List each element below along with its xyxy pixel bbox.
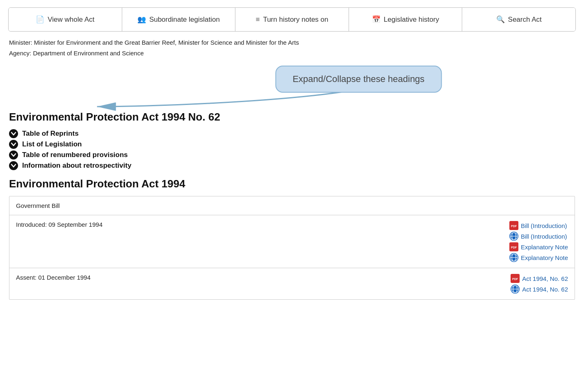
toolbar-btn-turn-history-notes-on[interactable]: ≡Turn history notes on	[235, 8, 349, 31]
web-icon	[509, 232, 518, 241]
toc-item-label: Information about retrospectivity	[22, 162, 131, 170]
toolbar-btn-view-whole-act[interactable]: 📄View whole Act	[9, 8, 122, 31]
toolbar-btn-search-act[interactable]: 🔍Search Act	[462, 8, 575, 31]
link-text: Explanatory Note	[521, 244, 568, 251]
table-row-introduced-row: Introduced: 09 September 1994PDFBill (In…	[9, 215, 575, 268]
link-pdf-act-1994--no--62[interactable]: PDFAct 1994, No. 62	[511, 274, 568, 283]
view-whole-act-icon: 📄	[36, 15, 44, 24]
pdf-icon: PDF	[509, 242, 518, 251]
search-act-label: Search Act	[508, 16, 542, 24]
svg-text:PDF: PDF	[511, 246, 517, 249]
toc-list: Table of ReprintsList of LegislationTabl…	[9, 129, 575, 170]
chevron-down-icon	[9, 140, 18, 149]
toolbar-btn-legislative-history[interactable]: 📅Legislative history	[349, 8, 463, 31]
web-icon	[511, 285, 520, 294]
link-text: Bill (Introduction)	[521, 233, 567, 240]
toolbar-btn-subordinate-legislation[interactable]: 👥Subordinate legislation	[122, 8, 236, 31]
link-text: Bill (Introduction)	[521, 222, 567, 229]
link-pdf-bill--introduction-[interactable]: PDFBill (Introduction)	[509, 221, 567, 230]
agency-label: Agency:	[9, 50, 31, 57]
pdf-icon: PDF	[511, 274, 520, 283]
svg-text:PDF: PDF	[511, 225, 517, 228]
row-links: PDFAct 1994, No. 62Act 1994, No. 62	[511, 274, 568, 294]
metadata-section: Minister: Minister for Environment and t…	[9, 37, 575, 58]
toc-item[interactable]: Table of Reprints	[9, 129, 575, 138]
act-title-2: Environmental Protection Act 1994	[9, 178, 575, 190]
minister-value: Minister for Environment and the Great B…	[34, 39, 299, 46]
svg-text:PDF: PDF	[512, 278, 518, 280]
toc-item[interactable]: List of Legislation	[9, 140, 575, 149]
turn-history-notes-on-icon: ≡	[256, 16, 260, 24]
toc-item-label: List of Legislation	[22, 140, 82, 148]
act-title-1: Environmental Protection Act 1994 No. 62	[9, 111, 575, 123]
link-text: Explanatory Note	[521, 254, 568, 261]
subordinate-legislation-icon: 👥	[137, 15, 146, 24]
legislation-table: Government BillIntroduced: 09 September …	[9, 196, 575, 300]
svg-point-2	[9, 140, 18, 149]
pdf-icon: PDF	[509, 221, 518, 230]
toc-item-label: Table of renumbered provisions	[22, 151, 128, 159]
agency-value: Department of Environment and Science	[33, 50, 144, 57]
chevron-down-icon	[9, 161, 18, 170]
table-row-government-bill: Government Bill	[9, 196, 575, 215]
main-toolbar: 📄View whole Act👥Subordinate legislation≡…	[8, 7, 576, 32]
link-web-bill--introduction-[interactable]: Bill (Introduction)	[509, 232, 567, 241]
link-web-explanatory-note[interactable]: Explanatory Note	[509, 253, 568, 262]
search-act-icon: 🔍	[496, 15, 505, 24]
svg-point-4	[9, 161, 18, 170]
minister-label: Minister:	[9, 39, 32, 46]
chevron-down-icon	[9, 150, 18, 160]
chevron-down-icon	[9, 129, 18, 138]
expand-collapse-callout[interactable]: Expand/Collapse these headings	[275, 66, 442, 93]
link-web-act-1994--no--62[interactable]: Act 1994, No. 62	[511, 285, 568, 294]
web-icon	[509, 253, 518, 262]
svg-point-1	[9, 129, 18, 138]
row-links: PDFBill (Introduction)Bill (Introduction…	[509, 221, 568, 262]
link-text: Act 1994, No. 62	[522, 275, 568, 282]
callout-text: Expand/Collapse these headings	[292, 74, 424, 84]
toc-item-label: Table of Reprints	[22, 130, 79, 138]
row-label: Assent: 01 December 1994	[16, 274, 139, 281]
row-label: Introduced: 09 September 1994	[16, 221, 139, 228]
legislative-history-icon: 📅	[372, 15, 381, 24]
row-label: Government Bill	[16, 202, 139, 209]
turn-history-notes-on-label: Turn history notes on	[263, 16, 328, 24]
toc-item[interactable]: Information about retrospectivity	[9, 161, 575, 170]
minister-line: Minister: Minister for Environment and t…	[9, 37, 575, 48]
link-text: Act 1994, No. 62	[522, 286, 568, 293]
view-whole-act-label: View whole Act	[48, 16, 94, 24]
link-pdf-explanatory-note[interactable]: PDFExplanatory Note	[509, 242, 568, 251]
svg-point-3	[9, 150, 18, 160]
legislative-history-label: Legislative history	[384, 16, 439, 24]
table-row-assent-row: Assent: 01 December 1994PDFAct 1994, No.…	[9, 268, 575, 299]
agency-line: Agency: Department of Environment and Sc…	[9, 48, 575, 59]
subordinate-legislation-label: Subordinate legislation	[149, 16, 220, 24]
toc-item[interactable]: Table of renumbered provisions	[9, 150, 575, 160]
callout-area: Expand/Collapse these headings	[9, 66, 575, 111]
